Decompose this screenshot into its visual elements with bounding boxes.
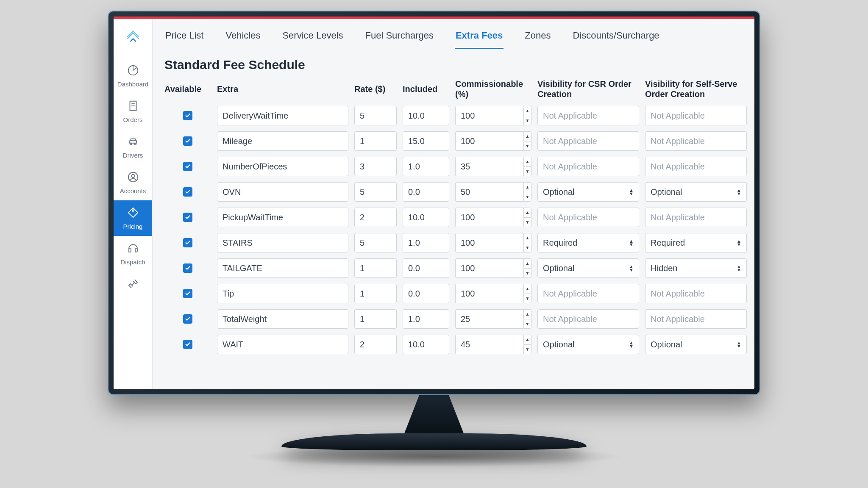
spinner-up-button[interactable]: ▲ xyxy=(523,182,531,192)
sidebar-item-accounts[interactable]: Accounts xyxy=(114,165,152,200)
available-checkbox[interactable] xyxy=(183,340,192,349)
extra-name-input[interactable]: STAIRS xyxy=(217,233,348,252)
spinner-up-button[interactable]: ▲ xyxy=(523,131,531,141)
commissionable-input[interactable]: 100 xyxy=(455,131,523,151)
spinner-down-button[interactable]: ▼ xyxy=(523,217,531,227)
included-input[interactable]: 0.0 xyxy=(403,284,449,303)
table-row: DeliveryWaitTime510.0100▲▼Not Applicable… xyxy=(164,106,743,125)
tab-discounts-surcharge[interactable]: Discounts/Surcharge xyxy=(572,27,660,49)
included-input[interactable]: 1.0 xyxy=(403,233,449,252)
visibility-csr-select[interactable]: Optional▲▼ xyxy=(537,258,639,278)
available-checkbox[interactable] xyxy=(183,238,192,247)
rate-input[interactable]: 5 xyxy=(354,182,397,202)
app-screen: Dashboard Orders Drivers xyxy=(114,17,754,389)
tab-extra-fees[interactable]: Extra Fees xyxy=(455,27,504,49)
spinner-up-button[interactable]: ▲ xyxy=(523,208,531,217)
rate-input[interactable]: 1 xyxy=(354,258,397,278)
visibility-csr-select[interactable]: Optional▲▼ xyxy=(537,335,639,354)
tab-price-list[interactable]: Price List xyxy=(164,27,204,49)
spinner-down-button[interactable]: ▼ xyxy=(523,166,531,177)
visibility-self-select: Not Applicable xyxy=(645,309,747,329)
spinner-down-button[interactable]: ▼ xyxy=(523,268,531,278)
rate-input[interactable]: 5 xyxy=(354,106,397,125)
spinner-up-button[interactable]: ▲ xyxy=(523,335,531,344)
spinner-up-button[interactable]: ▲ xyxy=(523,284,531,294)
available-checkbox[interactable] xyxy=(183,213,192,222)
included-input[interactable]: 10.0 xyxy=(403,106,449,125)
extra-name-input[interactable]: TAILGATE xyxy=(217,258,348,278)
included-input[interactable]: 1.0 xyxy=(403,309,449,329)
commissionable-input[interactable]: 50 xyxy=(455,182,523,202)
rate-input[interactable]: 3 xyxy=(354,157,397,176)
available-checkbox[interactable] xyxy=(183,263,192,273)
visibility-csr-select[interactable]: Optional▲▼ xyxy=(537,182,639,202)
extra-name-input[interactable]: Tip xyxy=(217,284,348,303)
sidebar-item-pricing[interactable]: Pricing xyxy=(114,200,152,236)
available-checkbox[interactable] xyxy=(183,289,192,298)
sidebar-item-label: Dashboard xyxy=(117,80,148,88)
included-input[interactable]: 10.0 xyxy=(403,208,449,227)
available-checkbox[interactable] xyxy=(183,136,192,146)
rate-input[interactable]: 5 xyxy=(354,233,397,252)
extra-name-input[interactable]: DeliveryWaitTime xyxy=(217,106,348,125)
sidebar-item-drivers[interactable]: Drivers xyxy=(114,129,152,165)
extra-name-input[interactable]: PickupWaitTime xyxy=(217,208,348,227)
available-checkbox[interactable] xyxy=(183,187,192,197)
sidebar-item-dashboard[interactable]: Dashboard xyxy=(114,58,152,94)
available-checkbox[interactable] xyxy=(183,314,192,324)
visibility-csr-select[interactable]: Required▲▼ xyxy=(537,233,639,252)
visibility-self-select[interactable]: Hidden▲▼ xyxy=(645,258,747,278)
spinner-up-button[interactable]: ▲ xyxy=(523,258,531,268)
sidebar-item-orders[interactable]: Orders xyxy=(114,94,152,129)
extra-name-input[interactable]: NumberOfPieces xyxy=(217,157,348,176)
rate-input[interactable]: 2 xyxy=(354,335,397,354)
spinner-down-button[interactable]: ▼ xyxy=(523,192,531,202)
spinner-up-button[interactable]: ▲ xyxy=(523,157,531,166)
visibility-csr-select: Not Applicable xyxy=(537,284,639,303)
visibility-self-select[interactable]: Optional▲▼ xyxy=(645,182,747,202)
sidebar-item-settings[interactable] xyxy=(114,272,152,300)
extra-name-input[interactable]: Mileage xyxy=(217,131,348,151)
visibility-self-select[interactable]: Required▲▼ xyxy=(645,233,747,252)
spinner-down-button[interactable]: ▼ xyxy=(523,294,531,304)
spinner-up-button[interactable]: ▲ xyxy=(523,309,531,319)
tab-fuel-surcharges[interactable]: Fuel Surcharges xyxy=(364,27,434,49)
commissionable-input[interactable]: 45 xyxy=(455,335,523,354)
table-row: OVN50.050▲▼Optional▲▼Optional▲▼ xyxy=(164,182,743,202)
extra-name-input[interactable]: OVN xyxy=(217,182,348,202)
commissionable-input[interactable]: 100 xyxy=(455,106,523,125)
commissionable-input[interactable]: 100 xyxy=(455,258,523,278)
spinner-down-button[interactable]: ▼ xyxy=(523,243,531,253)
sidebar-item-dispatch[interactable]: Dispatch xyxy=(114,236,152,272)
commissionable-input[interactable]: 25 xyxy=(455,309,523,329)
spinner-up-button[interactable]: ▲ xyxy=(523,106,531,116)
available-checkbox[interactable] xyxy=(183,162,192,171)
tab-vehicles[interactable]: Vehicles xyxy=(225,27,261,49)
included-input[interactable]: 1.0 xyxy=(403,157,449,176)
extra-name-input[interactable]: TotalWeight xyxy=(217,309,348,329)
spinner-down-button[interactable]: ▼ xyxy=(523,344,531,355)
tab-service-levels[interactable]: Service Levels xyxy=(281,27,344,49)
visibility-self-select: Not Applicable xyxy=(645,106,747,125)
extra-name-input[interactable]: WAIT xyxy=(217,335,348,354)
rate-input[interactable]: 1 xyxy=(354,284,397,303)
rate-input[interactable]: 1 xyxy=(354,131,397,151)
included-input[interactable]: 10.0 xyxy=(403,335,449,354)
visibility-csr-select: Not Applicable xyxy=(537,208,639,227)
included-input[interactable]: 15.0 xyxy=(403,131,449,151)
commissionable-input[interactable]: 100 xyxy=(455,233,523,252)
commissionable-input[interactable]: 100 xyxy=(455,284,523,303)
included-input[interactable]: 0.0 xyxy=(403,258,449,278)
visibility-self-select[interactable]: Optional▲▼ xyxy=(645,335,747,354)
available-checkbox[interactable] xyxy=(183,111,192,120)
spinner-down-button[interactable]: ▼ xyxy=(523,141,531,151)
spinner-down-button[interactable]: ▼ xyxy=(523,116,531,126)
included-input[interactable]: 0.0 xyxy=(403,182,449,202)
tab-zones[interactable]: Zones xyxy=(524,27,551,49)
rate-input[interactable]: 2 xyxy=(354,208,397,227)
commissionable-input[interactable]: 100 xyxy=(455,208,523,227)
spinner-up-button[interactable]: ▲ xyxy=(523,233,531,243)
spinner-down-button[interactable]: ▼ xyxy=(523,319,531,329)
commissionable-input[interactable]: 35 xyxy=(455,157,523,176)
rate-input[interactable]: 1 xyxy=(354,309,397,329)
